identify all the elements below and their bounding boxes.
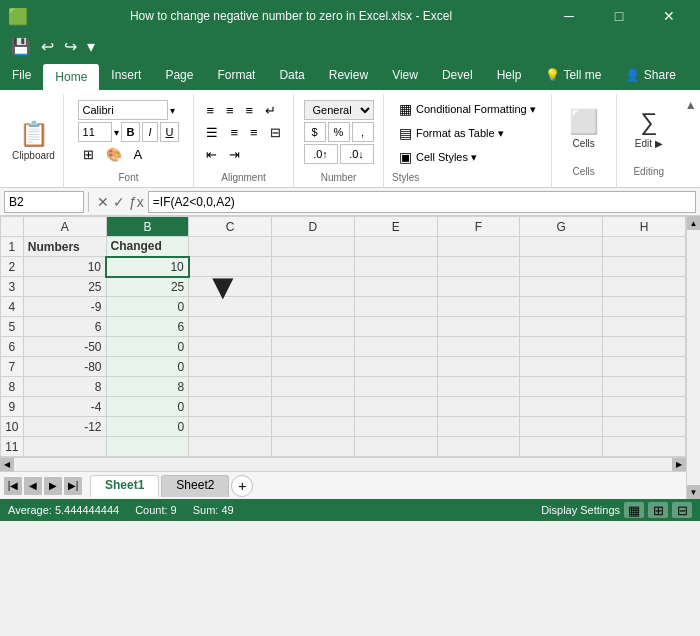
menu-data[interactable]: Data (267, 60, 316, 90)
cell-f6[interactable] (437, 337, 520, 357)
col-header-b[interactable]: B (106, 217, 189, 237)
row-header-10[interactable]: 10 (1, 417, 24, 437)
wrap-text-button[interactable]: ↵ (260, 100, 281, 120)
cell-h3[interactable] (603, 277, 686, 297)
cell-d2[interactable] (272, 257, 355, 277)
cell-d7[interactable] (272, 357, 355, 377)
col-header-f[interactable]: F (437, 217, 520, 237)
page-layout-button[interactable]: ⊞ (648, 502, 668, 518)
clipboard-button[interactable]: 📋 Clipboard (5, 111, 62, 171)
cell-a2[interactable]: 10 (23, 257, 106, 277)
v-scroll-track[interactable] (687, 230, 700, 485)
indent-increase-button[interactable]: ⇥ (224, 144, 245, 164)
cell-e8[interactable] (354, 377, 437, 397)
cell-e10[interactable] (354, 417, 437, 437)
cell-c9[interactable] (189, 397, 272, 417)
scroll-up-button[interactable]: ▲ (687, 216, 700, 230)
cell-c8[interactable] (189, 377, 272, 397)
cell-g11[interactable] (520, 437, 603, 457)
cell-e7[interactable] (354, 357, 437, 377)
cell-c4[interactable] (189, 297, 272, 317)
cell-b5[interactable]: 6 (106, 317, 189, 337)
cell-h6[interactable] (603, 337, 686, 357)
cell-g10[interactable] (520, 417, 603, 437)
row-header-9[interactable]: 9 (1, 397, 24, 417)
cell-g5[interactable] (520, 317, 603, 337)
menu-format[interactable]: Format (205, 60, 267, 90)
align-top-right-button[interactable]: ≡ (241, 100, 259, 120)
cell-d5[interactable] (272, 317, 355, 337)
currency-button[interactable]: $ (304, 122, 326, 142)
cell-c10[interactable] (189, 417, 272, 437)
cell-h7[interactable] (603, 357, 686, 377)
cell-g9[interactable] (520, 397, 603, 417)
cell-g4[interactable] (520, 297, 603, 317)
ribbon-collapse-button[interactable]: ▲ (681, 94, 700, 187)
cell-g3[interactable] (520, 277, 603, 297)
row-header-5[interactable]: 5 (1, 317, 24, 337)
align-top-left-button[interactable]: ≡ (201, 100, 219, 120)
row-header-2[interactable]: 2 (1, 257, 24, 277)
bold-button[interactable]: B (121, 122, 141, 142)
cell-h1[interactable] (603, 237, 686, 257)
row-header-8[interactable]: 8 (1, 377, 24, 397)
col-header-h[interactable]: H (603, 217, 686, 237)
sheet-tab-sheet1[interactable]: Sheet1 (90, 475, 159, 497)
cell-c3[interactable] (189, 277, 272, 297)
font-size-input[interactable] (78, 122, 112, 142)
cell-f10[interactable] (437, 417, 520, 437)
row-header-11[interactable]: 11 (1, 437, 24, 457)
cell-h11[interactable] (603, 437, 686, 457)
cell-a1[interactable]: Numbers (23, 237, 106, 257)
cell-f3[interactable] (437, 277, 520, 297)
cell-h2[interactable] (603, 257, 686, 277)
cell-a9[interactable]: -4 (23, 397, 106, 417)
sheet-tab-sheet2[interactable]: Sheet2 (161, 475, 229, 497)
formula-input[interactable] (148, 191, 696, 213)
minimize-button[interactable]: ─ (546, 0, 592, 32)
fill-color-button[interactable]: 🎨 (101, 144, 127, 164)
border-button[interactable]: ⊞ (78, 144, 99, 164)
cancel-formula-icon[interactable]: ✕ (97, 194, 109, 210)
col-header-e[interactable]: E (354, 217, 437, 237)
increase-decimal-button[interactable]: .0↑ (304, 144, 338, 164)
menu-help[interactable]: Help (485, 60, 534, 90)
scroll-right-button[interactable]: ▶ (672, 458, 686, 472)
align-top-center-button[interactable]: ≡ (221, 100, 239, 120)
sheet-nav-next[interactable]: ▶ (44, 477, 62, 495)
cell-f5[interactable] (437, 317, 520, 337)
cell-d10[interactable] (272, 417, 355, 437)
cell-h4[interactable] (603, 297, 686, 317)
font-color-button[interactable]: A (129, 144, 148, 164)
cell-e9[interactable] (354, 397, 437, 417)
format-as-table-button[interactable]: ▤ Format as Table ▾ (392, 122, 543, 144)
row-header-4[interactable]: 4 (1, 297, 24, 317)
cell-e11[interactable] (354, 437, 437, 457)
cell-b8[interactable]: 8 (106, 377, 189, 397)
cell-f9[interactable] (437, 397, 520, 417)
undo-button[interactable]: ↩ (38, 35, 57, 58)
confirm-formula-icon[interactable]: ✓ (113, 194, 125, 210)
cell-f2[interactable] (437, 257, 520, 277)
close-button[interactable]: ✕ (646, 0, 692, 32)
menu-share[interactable]: 👤 Share (613, 60, 687, 90)
cell-c6[interactable] (189, 337, 272, 357)
cell-d8[interactable] (272, 377, 355, 397)
menu-insert[interactable]: Insert (99, 60, 153, 90)
menu-review[interactable]: Review (317, 60, 380, 90)
menu-file[interactable]: File (0, 60, 43, 90)
cells-button[interactable]: ⬜ Cells (560, 94, 608, 164)
col-header-d[interactable]: D (272, 217, 355, 237)
cell-b3[interactable]: 25 (106, 277, 189, 297)
cell-c11[interactable] (189, 437, 272, 457)
page-break-button[interactable]: ⊟ (672, 502, 692, 518)
cell-a3[interactable]: 25 (23, 277, 106, 297)
cell-d11[interactable] (272, 437, 355, 457)
number-format-select[interactable]: General (304, 100, 374, 120)
maximize-button[interactable]: □ (596, 0, 642, 32)
col-header-a[interactable]: A (23, 217, 106, 237)
menu-developer[interactable]: Devel (430, 60, 485, 90)
underline-button[interactable]: U (160, 122, 180, 142)
cell-b7[interactable]: 0 (106, 357, 189, 377)
row-header-1[interactable]: 1 (1, 237, 24, 257)
